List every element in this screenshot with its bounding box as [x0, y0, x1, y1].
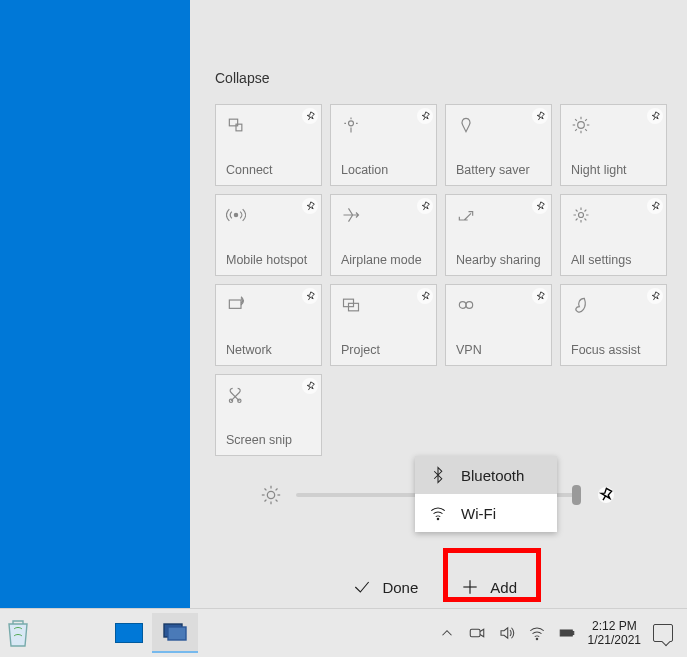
tile-label: Screen snip	[226, 433, 311, 447]
taskbar[interactable]: 2:12 PM 1/21/2021	[0, 608, 687, 657]
tile-focus[interactable]: Focus assist	[560, 284, 667, 366]
svg-rect-34	[168, 627, 186, 640]
tile-nightlight[interactable]: Night light	[560, 104, 667, 186]
tile-label: Mobile hotspot	[226, 253, 311, 267]
add-quick-action-popup: Bluetooth Wi-Fi	[415, 456, 557, 532]
tile-nearby[interactable]: Nearby sharing	[445, 194, 552, 276]
svg-line-10	[575, 129, 577, 131]
tray-chevron-up-icon[interactable]	[438, 624, 456, 642]
tile-network[interactable]: Network	[215, 284, 322, 366]
notification-center-icon[interactable]	[653, 624, 673, 642]
done-button[interactable]: Done	[352, 577, 418, 597]
tile-label: Location	[341, 163, 426, 177]
tray-meet-now-icon[interactable]	[468, 624, 486, 642]
svg-rect-37	[560, 630, 572, 636]
nearby-icon	[456, 205, 476, 225]
pin-icon[interactable]	[647, 108, 663, 124]
pin-icon[interactable]	[302, 198, 318, 214]
pin-icon[interactable]	[532, 108, 548, 124]
taskbar-date: 1/21/2021	[588, 633, 641, 647]
quick-action-tiles: ConnectLocationBattery saverNight lightM…	[215, 104, 667, 456]
collapse-button[interactable]: Collapse	[215, 70, 667, 86]
project-icon	[341, 295, 361, 315]
network-icon	[226, 295, 246, 315]
wifi-icon	[429, 504, 447, 522]
add-button-highlight	[443, 548, 541, 602]
svg-point-18	[466, 302, 473, 309]
taskbar-clock[interactable]: 2:12 PM 1/21/2021	[588, 619, 641, 647]
brightness-pin-icon[interactable]	[598, 487, 614, 503]
svg-point-21	[267, 491, 274, 498]
vpn-icon	[456, 295, 476, 315]
tray-battery-icon[interactable]	[558, 624, 576, 642]
svg-line-26	[264, 488, 266, 490]
tile-label: Network	[226, 343, 311, 357]
tile-label: Night light	[571, 163, 656, 177]
tile-battery[interactable]: Battery saver	[445, 104, 552, 186]
pin-icon[interactable]	[532, 288, 548, 304]
pin-icon[interactable]	[417, 288, 433, 304]
recycle-bin-icon[interactable]	[0, 611, 36, 655]
bluetooth-icon	[429, 466, 447, 484]
pin-icon[interactable]	[647, 288, 663, 304]
tile-label: Project	[341, 343, 426, 357]
tile-label: Battery saver	[456, 163, 541, 177]
checkmark-icon	[352, 577, 372, 597]
pin-icon[interactable]	[302, 288, 318, 304]
nightlight-icon	[571, 115, 591, 135]
svg-line-8	[575, 119, 577, 121]
pin-icon[interactable]	[647, 198, 663, 214]
svg-line-27	[276, 500, 278, 502]
svg-line-11	[585, 119, 587, 121]
battery-icon	[456, 115, 476, 135]
connect-icon	[226, 115, 246, 135]
svg-rect-1	[236, 124, 242, 131]
brightness-icon	[260, 484, 282, 506]
hotspot-icon	[226, 205, 246, 225]
done-label: Done	[382, 579, 418, 596]
tile-label: Focus assist	[571, 343, 656, 357]
tile-project[interactable]: Project	[330, 284, 437, 366]
snip-icon	[226, 385, 246, 405]
settings-icon	[571, 205, 591, 225]
svg-point-13	[579, 213, 584, 218]
svg-rect-35	[470, 629, 480, 637]
tile-hotspot[interactable]: Mobile hotspot	[215, 194, 322, 276]
popup-item-wifi[interactable]: Wi-Fi	[415, 494, 557, 532]
tile-airplane[interactable]: Airplane mode	[330, 194, 437, 276]
location-icon	[341, 115, 361, 135]
tile-location[interactable]: Location	[330, 104, 437, 186]
svg-point-3	[578, 122, 585, 129]
airplane-icon	[341, 205, 361, 225]
svg-point-12	[234, 213, 237, 216]
svg-point-17	[459, 302, 466, 309]
popup-item-label: Bluetooth	[461, 467, 524, 484]
tile-label: Nearby sharing	[456, 253, 541, 267]
svg-rect-38	[572, 632, 574, 635]
tile-connect[interactable]: Connect	[215, 104, 322, 186]
svg-line-28	[264, 500, 266, 502]
popup-item-bluetooth[interactable]: Bluetooth	[415, 456, 557, 494]
svg-point-30	[437, 518, 439, 520]
tile-label: All settings	[571, 253, 656, 267]
tile-settings[interactable]: All settings	[560, 194, 667, 276]
action-center-footer: Done Add	[190, 569, 687, 605]
taskbar-app-1[interactable]	[106, 613, 152, 653]
taskbar-time: 2:12 PM	[588, 619, 641, 633]
tile-label: Airplane mode	[341, 253, 426, 267]
popup-item-label: Wi-Fi	[461, 505, 496, 522]
pin-icon[interactable]	[302, 378, 318, 394]
taskbar-app-taskview[interactable]	[152, 613, 198, 653]
pin-icon[interactable]	[417, 108, 433, 124]
brightness-slider-thumb[interactable]	[572, 485, 581, 505]
pin-icon[interactable]	[532, 198, 548, 214]
svg-point-2	[349, 121, 354, 126]
tile-snip[interactable]: Screen snip	[215, 374, 322, 456]
tray-volume-icon[interactable]	[498, 624, 516, 642]
tile-vpn[interactable]: VPN	[445, 284, 552, 366]
tray-wifi-icon[interactable]	[528, 624, 546, 642]
pin-icon[interactable]	[417, 198, 433, 214]
pin-icon[interactable]	[302, 108, 318, 124]
svg-line-29	[276, 488, 278, 490]
focus-icon	[571, 295, 591, 315]
